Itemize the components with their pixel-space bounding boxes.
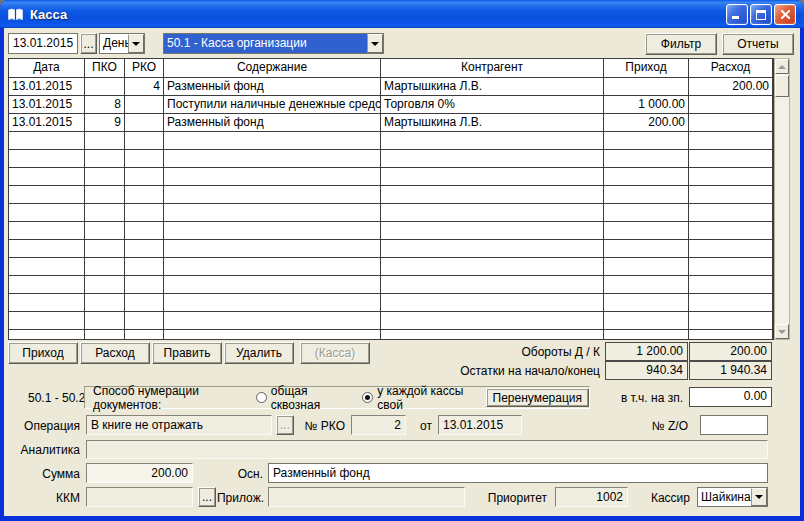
cell-prihod bbox=[604, 312, 689, 330]
cell-date bbox=[9, 312, 85, 330]
cell-prihod bbox=[604, 276, 689, 294]
delete-button[interactable]: Удалить bbox=[224, 342, 294, 364]
operation-field[interactable]: В книге не отражать bbox=[86, 415, 272, 435]
titlebar: Касса bbox=[0, 0, 804, 28]
filter-button[interactable]: Фильтр bbox=[645, 33, 717, 55]
edit-button[interactable]: Править bbox=[152, 342, 222, 364]
cell-pko: 9 bbox=[85, 114, 125, 132]
radio-own-label[interactable]: у каждой кассы свой bbox=[377, 384, 479, 412]
cell-rko: 4 bbox=[125, 78, 164, 96]
cell-pko bbox=[85, 204, 125, 222]
scroll-up-icon[interactable] bbox=[775, 59, 789, 74]
analytics-field[interactable] bbox=[86, 440, 768, 459]
table-row[interactable] bbox=[9, 204, 773, 222]
cell-pko: 8 bbox=[85, 96, 125, 114]
cell-content bbox=[164, 294, 381, 312]
from-label: от bbox=[420, 419, 432, 433]
cell-content bbox=[164, 276, 381, 294]
cell-content bbox=[164, 204, 381, 222]
cell-contragent bbox=[381, 330, 604, 340]
sum-field[interactable]: 200.00 bbox=[86, 463, 193, 483]
chevron-down-icon[interactable] bbox=[128, 34, 144, 53]
cell-pko bbox=[85, 132, 125, 150]
cell-content bbox=[164, 240, 381, 258]
cell-rko bbox=[125, 168, 164, 186]
cell-rashod bbox=[689, 330, 773, 340]
cell-contragent: Торговля 0% bbox=[381, 96, 604, 114]
cell-contragent bbox=[381, 258, 604, 276]
cell-contragent bbox=[381, 294, 604, 312]
turnover-label: Обороты Д / К bbox=[400, 345, 600, 359]
date-picker-button[interactable]: ... bbox=[80, 33, 97, 54]
cashier-combobox[interactable]: Шайкина Г.П. bbox=[697, 487, 768, 507]
table-row[interactable] bbox=[9, 222, 773, 240]
radio-own-numbering[interactable] bbox=[362, 392, 373, 403]
document-date-field[interactable]: 13.01.2015 bbox=[438, 415, 522, 435]
table-row[interactable] bbox=[9, 240, 773, 258]
table-row[interactable]: 13.01.20154Разменный фондМартышкина Л.В.… bbox=[9, 78, 773, 96]
maximize-button[interactable] bbox=[750, 4, 772, 25]
cell-pko bbox=[85, 78, 125, 96]
rko-number-field[interactable]: 2 bbox=[351, 415, 406, 435]
column-header: Приход bbox=[604, 59, 689, 78]
income-button[interactable]: Приход bbox=[8, 342, 78, 364]
radio-common-numbering[interactable] bbox=[256, 392, 267, 403]
cell-prihod bbox=[604, 132, 689, 150]
column-header: ПКО bbox=[85, 59, 125, 78]
table-row[interactable] bbox=[9, 186, 773, 204]
cashbox-combobox[interactable]: 50.1 - Касса организации bbox=[163, 33, 384, 54]
cell-prihod bbox=[604, 204, 689, 222]
kkm-field[interactable] bbox=[86, 487, 193, 507]
table-row[interactable] bbox=[9, 294, 773, 312]
cell-contragent bbox=[381, 222, 604, 240]
radio-common-label[interactable]: общая сквозная bbox=[271, 384, 350, 412]
cell-contragent bbox=[381, 276, 604, 294]
cell-content bbox=[164, 150, 381, 168]
scroll-down-icon[interactable] bbox=[775, 324, 789, 339]
cell-rashod bbox=[689, 222, 773, 240]
table-row[interactable]: 13.01.20159Разменный фондМартышкина Л.В.… bbox=[9, 114, 773, 132]
period-combobox[interactable]: День bbox=[99, 33, 145, 54]
minimize-button[interactable] bbox=[726, 4, 748, 25]
operation-label: Операция bbox=[0, 419, 80, 433]
cell-date bbox=[9, 204, 85, 222]
cell-pko bbox=[85, 186, 125, 204]
sum-label: Сумма bbox=[0, 467, 80, 481]
close-button[interactable] bbox=[774, 4, 796, 25]
cell-date bbox=[9, 168, 85, 186]
zo-number-field[interactable] bbox=[700, 415, 768, 435]
table-row[interactable] bbox=[9, 168, 773, 186]
chevron-down-icon[interactable] bbox=[367, 34, 383, 53]
app-window: Касса 13.01.2015 ... День 50.1 - Касса о… bbox=[0, 0, 804, 521]
cell-prihod bbox=[604, 222, 689, 240]
table-row[interactable] bbox=[9, 276, 773, 294]
table-row[interactable]: 13.01.20158Поступили наличные денежные с… bbox=[9, 96, 773, 114]
basis-field[interactable]: Разменный фонд bbox=[268, 463, 768, 483]
cell-content: Разменный фонд bbox=[164, 78, 381, 96]
reports-button[interactable]: Отчеты bbox=[722, 33, 794, 55]
cashbox-value: 50.1 - Касса организации bbox=[164, 34, 367, 53]
cell-date bbox=[9, 276, 85, 294]
table-row[interactable] bbox=[9, 150, 773, 168]
date-input[interactable]: 13.01.2015 bbox=[8, 33, 78, 54]
chevron-down-icon[interactable] bbox=[751, 488, 767, 506]
cell-rko bbox=[125, 312, 164, 330]
renumber-button[interactable]: Перенумерация bbox=[486, 388, 589, 407]
cell-content: Поступили наличные денежные средства bbox=[164, 96, 381, 114]
cell-rashod bbox=[689, 312, 773, 330]
window-title: Касса bbox=[30, 7, 67, 22]
cell-date bbox=[9, 132, 85, 150]
table-row[interactable] bbox=[9, 258, 773, 276]
vertical-scrollbar[interactable] bbox=[774, 58, 790, 340]
expense-button[interactable]: Расход bbox=[80, 342, 150, 364]
table-row[interactable] bbox=[9, 132, 773, 150]
cell-content bbox=[164, 168, 381, 186]
priority-field[interactable]: 1002 bbox=[555, 487, 628, 507]
attachment-field[interactable] bbox=[268, 487, 465, 507]
scrollbar-thumb[interactable] bbox=[775, 75, 789, 97]
table-row[interactable] bbox=[9, 312, 773, 330]
table-row[interactable] bbox=[9, 330, 773, 340]
column-header: Расход bbox=[689, 59, 773, 78]
cell-content bbox=[164, 312, 381, 330]
cell-prihod bbox=[604, 240, 689, 258]
